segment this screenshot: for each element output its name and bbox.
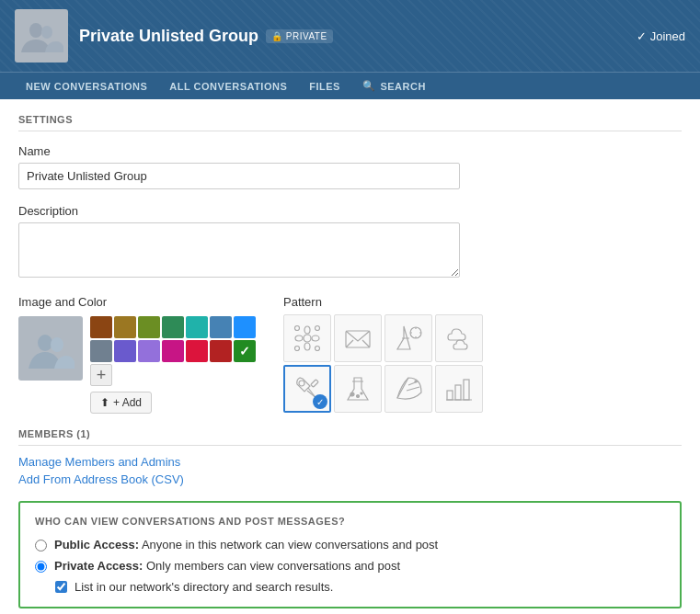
public-access-label: Public Access: Anyone in this network ca… — [54, 538, 438, 551]
add-color-swatch[interactable]: + — [90, 364, 112, 386]
group-name-text: Private Unlisted Group — [79, 27, 258, 46]
public-access-radio[interactable] — [35, 540, 47, 551]
color-swatch-1[interactable] — [114, 316, 136, 338]
private-label-desc: Only members can view conversations and … — [146, 559, 400, 573]
svg-point-28 — [357, 395, 360, 398]
private-access-radio[interactable] — [35, 561, 47, 573]
pattern-cell-2[interactable] — [384, 314, 432, 362]
settings-section-header: SETTINGS — [18, 114, 682, 131]
pattern-section: Pattern ✓ — [283, 295, 483, 414]
pattern-label: Pattern — [283, 295, 483, 309]
svg-rect-24 — [311, 380, 318, 387]
add-image-button[interactable]: ⬆ + Add — [90, 392, 152, 414]
nav-search-label: SEARCH — [380, 81, 425, 92]
svg-point-2 — [38, 335, 52, 351]
public-access-row: Public Access: Anyone in this network ca… — [35, 538, 665, 551]
image-color-label: Image and Color — [18, 295, 256, 309]
svg-point-11 — [295, 347, 300, 351]
color-swatch-5[interactable] — [210, 316, 232, 338]
add-from-csv-link[interactable]: Add From Address Book (CSV) — [18, 472, 682, 486]
svg-point-0 — [29, 23, 42, 38]
nav-new-conversations[interactable]: NEW CONVERSATIONS — [15, 73, 158, 99]
access-section: WHO CAN VIEW CONVERSATIONS AND POST MESS… — [18, 501, 682, 608]
pattern-selected-check: ✓ — [313, 394, 327, 409]
group-title-area: Private Unlisted Group 🔒 PRIVATE — [79, 27, 333, 46]
color-swatch-11[interactable] — [186, 340, 208, 362]
color-swatch-4[interactable] — [186, 316, 208, 338]
pattern-cell-3[interactable] — [435, 314, 483, 362]
nav-all-conversations[interactable]: ALL CONVERSATIONS — [158, 73, 298, 99]
svg-rect-34 — [447, 391, 453, 400]
manage-members-link[interactable]: Manage Members and Admins — [18, 455, 682, 469]
svg-point-7 — [295, 335, 303, 341]
color-swatches: + — [90, 316, 256, 386]
header-left: Private Unlisted Group 🔒 PRIVATE — [15, 9, 333, 63]
color-avatar-preview — [18, 316, 83, 381]
joined-button[interactable]: ✓ Joined — [637, 29, 685, 43]
group-title: Private Unlisted Group 🔒 PRIVATE — [79, 27, 333, 46]
color-swatch-10[interactable] — [162, 340, 184, 362]
private-badge: 🔒 PRIVATE — [266, 29, 333, 43]
pattern-cell-5[interactable] — [334, 365, 382, 413]
pattern-cell-4[interactable]: ✓ — [283, 365, 331, 413]
svg-rect-35 — [455, 385, 461, 400]
nav-files[interactable]: FILES — [298, 73, 351, 99]
color-swatch-8[interactable] — [114, 340, 136, 362]
group-avatar — [15, 9, 68, 63]
color-swatch-3[interactable] — [162, 316, 184, 338]
svg-point-12 — [316, 347, 320, 351]
svg-rect-36 — [464, 380, 469, 400]
add-button-label: + Add — [113, 396, 142, 409]
image-color-left: Image and Color + ⬆ + Add — [18, 295, 256, 414]
svg-line-30 — [397, 378, 408, 398]
color-swatch-12[interactable] — [210, 340, 232, 362]
svg-point-27 — [350, 392, 354, 396]
access-title: WHO CAN VIEW CONVERSATIONS AND POST MESS… — [35, 516, 665, 527]
private-label-bold: Private Access: — [54, 559, 143, 573]
svg-point-6 — [304, 343, 310, 350]
list-checkbox-row: List in our network's directory and sear… — [55, 580, 665, 594]
list-checkbox-label: List in our network's directory and sear… — [75, 580, 333, 594]
pattern-cell-1[interactable] — [334, 314, 382, 362]
color-swatch-6[interactable] — [234, 316, 256, 338]
pattern-grid: ✓ — [283, 314, 483, 413]
svg-point-1 — [41, 26, 52, 39]
svg-line-15 — [362, 340, 370, 347]
svg-line-32 — [407, 387, 419, 391]
svg-point-10 — [316, 326, 320, 331]
public-label-bold: Public Access: — [54, 538, 139, 551]
color-swatch-0[interactable] — [90, 316, 112, 338]
svg-point-33 — [415, 381, 417, 382]
nav-search[interactable]: 🔍 SEARCH — [351, 73, 437, 99]
private-access-label: Private Access: Only members can view co… — [54, 559, 400, 573]
svg-point-5 — [304, 326, 310, 334]
color-swatch-7[interactable] — [90, 340, 112, 362]
svg-line-14 — [346, 340, 353, 347]
members-title: MEMBERS (1) — [18, 428, 90, 439]
svg-point-23 — [299, 381, 304, 386]
name-label: Name — [18, 144, 682, 158]
members-section-header-row: MEMBERS (1) — [18, 428, 682, 446]
svg-point-9 — [295, 326, 300, 331]
image-color-section: Image and Color + ⬆ + Add — [18, 295, 682, 414]
name-field-group: Name — [18, 144, 682, 189]
color-swatch-2[interactable] — [138, 316, 160, 338]
pattern-cell-0[interactable] — [283, 314, 331, 362]
page-header: Private Unlisted Group 🔒 PRIVATE ✓ Joine… — [0, 0, 700, 72]
svg-point-29 — [361, 392, 362, 394]
list-checkbox[interactable] — [55, 581, 67, 593]
upload-icon: ⬆ — [100, 396, 109, 409]
name-input[interactable] — [18, 163, 460, 189]
color-swatch-9[interactable] — [138, 340, 160, 362]
public-label-desc: Anyone in this network can view conversa… — [142, 538, 438, 551]
description-input[interactable] — [18, 222, 460, 278]
color-swatch-13[interactable] — [234, 340, 256, 362]
svg-point-8 — [312, 335, 319, 341]
description-field-group: Description — [18, 204, 682, 280]
description-label: Description — [18, 204, 682, 218]
pattern-cell-6[interactable] — [384, 365, 432, 413]
nav-bar: NEW CONVERSATIONS ALL CONVERSATIONS FILE… — [0, 72, 700, 99]
search-icon: 🔍 — [362, 80, 376, 92]
pattern-cell-7[interactable] — [435, 365, 483, 413]
svg-point-3 — [51, 337, 63, 352]
